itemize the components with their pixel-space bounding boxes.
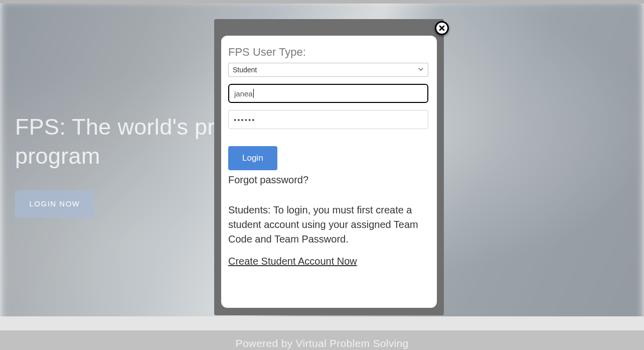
login-button[interactable]: Login — [228, 146, 277, 170]
user-type-label: FPS User Type: — [228, 46, 430, 59]
username-value: janea — [234, 89, 253, 98]
create-account-link[interactable]: Create Student Account Now — [228, 256, 430, 267]
student-info-text: Students: To login, you must first creat… — [228, 203, 428, 247]
username-field[interactable]: janea — [228, 84, 428, 103]
login-modal: FPS User Type: Student janea •••••• Logi… — [221, 36, 437, 308]
password-field[interactable]: •••••• — [228, 110, 428, 129]
password-value: •••••• — [234, 115, 256, 124]
chevron-down-icon — [418, 66, 424, 74]
text-caret — [253, 89, 254, 98]
forgot-password-link[interactable]: Forgot password? — [228, 174, 430, 186]
close-icon — [438, 25, 445, 32]
user-type-select[interactable]: Student — [228, 63, 428, 77]
user-type-selected-value: Student — [233, 66, 257, 74]
close-modal-button[interactable] — [435, 21, 449, 35]
